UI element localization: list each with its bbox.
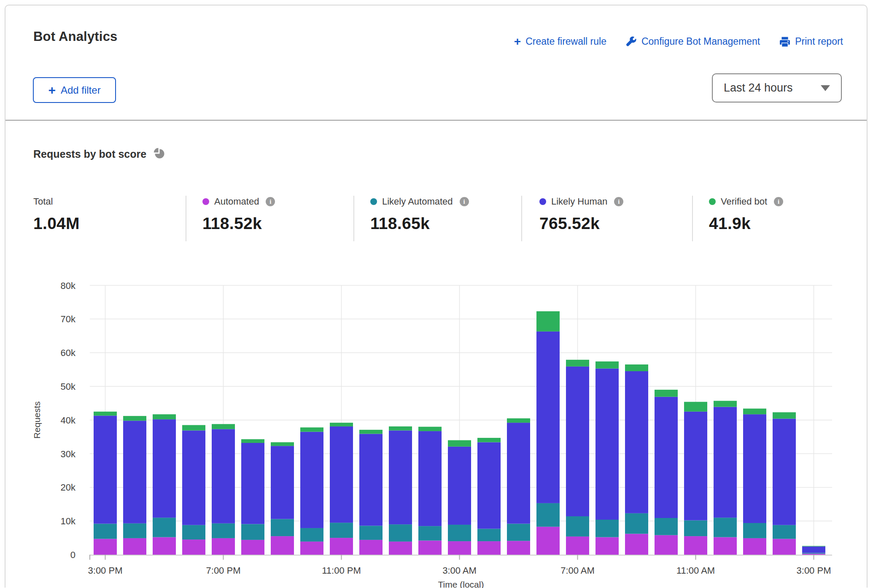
svg-text:7:00 AM: 7:00 AM (560, 565, 595, 576)
bar-segment (625, 513, 648, 534)
bar-9 (359, 430, 383, 555)
bar-segment (507, 524, 530, 541)
bar-segment (714, 537, 737, 555)
bar-segment (212, 424, 235, 429)
bar-segment (802, 554, 825, 555)
configure-bot-management-link[interactable]: Configure Bot Management (626, 36, 760, 47)
plus-icon: + (514, 38, 521, 46)
create-firewall-rule-link[interactable]: + Create firewall rule (514, 36, 606, 47)
bar-segment (595, 537, 619, 555)
add-filter-button[interactable]: + Add filter (33, 77, 116, 103)
bar-segment (271, 536, 294, 555)
svg-text:60k: 60k (61, 348, 76, 358)
bar-segment (566, 367, 589, 516)
bar-segment (271, 519, 294, 536)
print-report-link[interactable]: Print report (779, 36, 843, 47)
stat-automated: Automated i 118.52k (202, 196, 275, 233)
bar-segment (182, 430, 205, 525)
bar-segment (389, 426, 412, 431)
bar-segment (94, 415, 117, 523)
bar-segment (448, 541, 471, 555)
bar-segment (714, 518, 737, 537)
bar-segment (802, 546, 825, 546)
requests-by-bot-score-chart: 010k20k30k40k50k60k70k80k3:00 PM7:00 PM1… (31, 275, 853, 588)
bar-segment (595, 520, 619, 537)
bar-segment (566, 360, 589, 367)
bar-14 (507, 418, 530, 555)
bar-segment (359, 430, 383, 434)
x-tick-labels: 3:00 PM7:00 PM11:00 PM3:00 AM7:00 AM11:0… (88, 565, 831, 576)
wrench-icon (626, 36, 637, 47)
info-icon[interactable]: i (614, 197, 623, 206)
header-actions: + Create firewall rule Configure Bot Man… (514, 36, 843, 47)
bar-segment (536, 527, 560, 555)
bar-segment (330, 523, 353, 538)
svg-text:80k: 80k (61, 281, 76, 291)
create-firewall-rule-label: Create firewall rule (525, 36, 606, 47)
bar-segment (389, 430, 412, 524)
bar-segment (655, 397, 678, 518)
stat-likely-automated-value: 118.65k (370, 214, 469, 233)
bar-3 (182, 425, 205, 555)
chevron-down-icon (821, 85, 830, 91)
bar-segment (536, 311, 560, 332)
bar-5 (241, 439, 264, 555)
svg-text:3:00 PM: 3:00 PM (797, 565, 831, 576)
bar-segment (241, 439, 264, 443)
likely-human-dot (539, 198, 546, 205)
bar-segment (212, 538, 235, 555)
bar-segment (595, 369, 619, 520)
stat-likely-human-value: 765.52k (539, 214, 623, 233)
bar-segment (684, 402, 707, 412)
bar-segment (153, 537, 176, 555)
bar-segment (773, 412, 796, 418)
time-range-select[interactable]: Last 24 hours (712, 73, 842, 102)
bar-segment (153, 414, 176, 419)
stat-divider (692, 196, 693, 241)
bar-segment (300, 542, 323, 555)
bar-segment (448, 440, 471, 447)
bar-segment (477, 438, 501, 442)
stat-total-value: 1.04M (33, 214, 80, 233)
bar-segment (507, 541, 530, 555)
info-icon[interactable]: i (774, 197, 783, 206)
bar-segment (330, 426, 353, 523)
svg-text:0: 0 (70, 550, 75, 560)
svg-text:10k: 10k (61, 516, 76, 526)
bar-segment (684, 412, 707, 521)
bar-segment (418, 526, 442, 540)
bar-18 (625, 364, 648, 555)
bar-segment (743, 414, 766, 523)
bar-segment (359, 540, 383, 555)
print-report-label: Print report (795, 36, 843, 47)
printer-icon (779, 36, 790, 47)
bar-segment (418, 540, 442, 555)
bar-6 (271, 442, 294, 555)
bar-segment (94, 539, 117, 555)
bar-11 (418, 427, 442, 555)
svg-text:20k: 20k (61, 482, 76, 493)
bar-segment (94, 412, 117, 416)
stat-verified-bot: Verified bot i 41.9k (709, 196, 783, 233)
svg-text:30k: 30k (61, 449, 76, 459)
info-icon[interactable]: i (460, 197, 469, 206)
likely-automated-dot (370, 198, 377, 205)
svg-text:70k: 70k (61, 314, 76, 324)
bar-segment (625, 371, 648, 513)
bar-15 (536, 311, 560, 555)
bar-4 (212, 424, 235, 555)
info-icon[interactable]: i (266, 197, 275, 206)
bar-segment (684, 536, 707, 555)
bar-8 (330, 423, 353, 555)
bar-segment (625, 534, 648, 555)
bar-segment (655, 390, 678, 397)
bar-segment (330, 423, 353, 426)
bar-segment (182, 525, 205, 539)
bar-13 (477, 438, 501, 555)
bar-segment (802, 546, 825, 553)
y-tick-labels: 010k20k30k40k50k60k70k80k (61, 281, 76, 561)
section-title-row: Requests by bot score (33, 147, 165, 161)
bar-segment (773, 539, 796, 555)
bar-segment (212, 523, 235, 538)
stat-likely-automated: Likely Automated i 118.65k (370, 196, 469, 233)
